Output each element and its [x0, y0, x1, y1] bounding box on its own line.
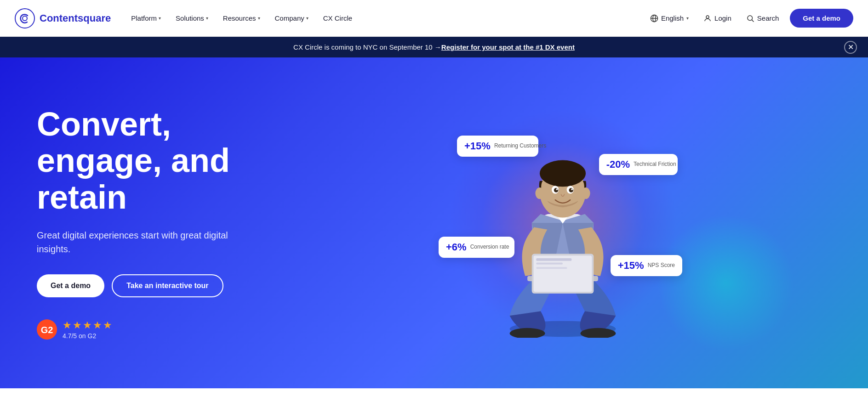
- hero-section: Convert, engage, and retain Great digita…: [0, 57, 868, 388]
- search-button[interactable]: Search: [742, 11, 783, 25]
- svg-point-6: [748, 16, 753, 21]
- announcement-text: CX Circle is coming to NYC on September …: [293, 43, 441, 51]
- svg-text:G2: G2: [41, 325, 53, 335]
- svg-point-22: [569, 188, 573, 193]
- hero-buttons: Get a demo Take an interactive tour: [37, 274, 294, 297]
- svg-point-0: [15, 9, 34, 28]
- globe-icon: [650, 14, 658, 23]
- svg-point-1: [23, 16, 27, 21]
- chevron-down-icon: ▾: [258, 16, 260, 21]
- svg-rect-29: [536, 263, 563, 265]
- g2-label: 4.7/5 on G2: [63, 332, 96, 340]
- chevron-down-icon: ▾: [159, 16, 161, 21]
- search-icon: [746, 14, 754, 23]
- stat-label-returning: Returning Customers: [494, 142, 531, 150]
- svg-rect-27: [534, 255, 592, 292]
- svg-rect-28: [536, 258, 571, 261]
- nav-links: Platform ▾ Solutions ▾ Resources ▾ Compa…: [126, 11, 358, 26]
- glow-teal: [657, 214, 794, 352]
- chevron-down-icon: ▾: [206, 16, 208, 21]
- hero-tour-button[interactable]: Take an interactive tour: [112, 274, 223, 297]
- star-4: ★: [93, 319, 102, 331]
- hero-content: Convert, engage, and retain Great digita…: [37, 106, 294, 340]
- navbar-right: English ▾ Login Search Get a demo: [646, 9, 853, 28]
- logo[interactable]: Contentsquare: [15, 8, 111, 28]
- navbar-left: Contentsquare Platform ▾ Solutions ▾ Res…: [15, 8, 358, 28]
- svg-point-17: [535, 187, 544, 199]
- nav-solutions[interactable]: Solutions ▾: [170, 11, 214, 26]
- stat-badge-returning: +15% Returning Customers: [457, 136, 538, 157]
- svg-point-23: [556, 188, 558, 190]
- stars-row: ★ ★ ★ ★ ★: [63, 319, 112, 331]
- stat-label-conversion: Conversion rate: [470, 244, 507, 251]
- svg-point-24: [571, 188, 573, 190]
- user-icon: [703, 14, 712, 23]
- announcement-link[interactable]: Register for your spot at the #1 DX even…: [441, 43, 575, 51]
- nav-resources[interactable]: Resources ▾: [217, 11, 266, 26]
- star-5: ★: [103, 319, 112, 331]
- stat-value-returning: +15%: [464, 140, 491, 152]
- hero-demo-button[interactable]: Get a demo: [37, 274, 104, 297]
- navbar: Contentsquare Platform ▾ Solutions ▾ Res…: [0, 0, 868, 37]
- star-3: ★: [83, 319, 92, 331]
- stat-value-nps: +15%: [618, 260, 644, 272]
- stat-badge-nps: +15% NPS Score: [611, 255, 682, 276]
- person-illustration: +15% Returning Customers -20% Technical …: [466, 108, 659, 338]
- login-button[interactable]: Login: [700, 11, 735, 25]
- language-selector[interactable]: English ▾: [646, 11, 692, 25]
- star-2: ★: [73, 319, 82, 331]
- svg-point-21: [554, 188, 559, 193]
- hero-illustration: +15% Returning Customers -20% Technical …: [294, 85, 831, 361]
- nav-platform[interactable]: Platform ▾: [126, 11, 166, 26]
- svg-point-18: [581, 187, 590, 199]
- svg-point-5: [706, 16, 709, 18]
- g2-rating: ★ ★ ★ ★ ★ 4.7/5 on G2: [63, 319, 112, 340]
- logo-text: Contentsquare: [40, 12, 111, 24]
- stat-value-conversion: +6%: [446, 241, 467, 253]
- stat-value-technical: -20%: [606, 159, 630, 170]
- nav-cx-circle[interactable]: CX Circle: [318, 11, 358, 26]
- stat-label-technical: Technical Friction: [634, 161, 670, 168]
- hero-subtext: Great digital experiences start with gre…: [37, 228, 230, 256]
- get-demo-button[interactable]: Get a demo: [790, 9, 853, 28]
- svg-line-7: [752, 20, 754, 22]
- chevron-down-icon: ▾: [306, 16, 308, 21]
- announcement-bar: CX Circle is coming to NYC on September …: [0, 37, 868, 57]
- announcement-close-button[interactable]: ✕: [844, 41, 857, 54]
- g2-badge: G2 ★ ★ ★ ★ ★ 4.7/5 on G2: [37, 319, 294, 340]
- star-1: ★: [63, 319, 72, 331]
- stat-badge-conversion: +6% Conversion rate: [439, 237, 514, 258]
- chevron-down-icon: ▾: [686, 16, 689, 21]
- stat-badge-technical: -20% Technical Friction: [599, 154, 678, 175]
- logo-icon: [15, 8, 35, 28]
- svg-rect-30: [536, 267, 567, 269]
- hero-heading: Convert, engage, and retain: [37, 106, 294, 216]
- g2-logo-icon: G2: [37, 319, 57, 340]
- svg-point-16: [540, 160, 586, 187]
- stat-label-nps: NPS Score: [648, 262, 675, 269]
- nav-company[interactable]: Company ▾: [269, 11, 314, 26]
